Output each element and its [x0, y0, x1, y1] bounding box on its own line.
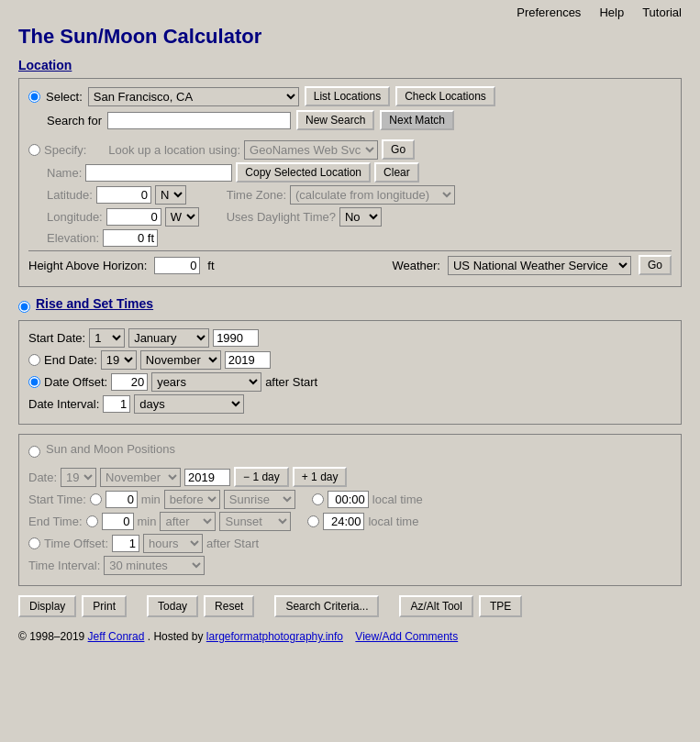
elevation-input[interactable]: [103, 229, 158, 247]
sm-end-min-input[interactable]: [102, 513, 134, 530]
sm-interval-select[interactable]: 15 minutes30 minutes1 hour2 hours: [104, 556, 205, 575]
select-row: Select: San Francisco, CA List Locations…: [28, 86, 672, 106]
sm-interval-row: Time Interval: 15 minutes30 minutes1 hou…: [28, 556, 672, 575]
check-locations-button[interactable]: Check Locations: [395, 86, 495, 106]
latlon-timezone-row: Latitude: NS Longitude: WE Elevation:: [28, 185, 672, 247]
help-link[interactable]: Help: [599, 6, 624, 19]
timezone-select[interactable]: (calculate from longitude): [290, 185, 455, 205]
lat-dir-select[interactable]: NS: [155, 185, 186, 205]
offset-row: Date Offset: daysweeksmonthsyears after …: [28, 372, 672, 392]
longitude-input[interactable]: [106, 208, 161, 226]
sm-offset-radio[interactable]: [28, 537, 40, 549]
dst-row: Uses Daylight Time? NoYes: [227, 207, 455, 227]
sm-start-local-input[interactable]: [328, 491, 369, 508]
sm-min-label2: min: [138, 515, 157, 528]
next-match-button[interactable]: Next Match: [380, 110, 454, 130]
end-month-select[interactable]: JanuaryFebruaryMarchApril MayJuneJulyAug…: [140, 350, 221, 370]
new-search-button[interactable]: New Search: [296, 110, 374, 130]
sm-start-time-radio[interactable]: [90, 493, 102, 505]
height-above-input[interactable]: [154, 257, 200, 274]
start-month-select[interactable]: JanuaryFebruaryMarchApril MayJuneJulyAug…: [128, 328, 209, 348]
start-date-label: Start Date:: [28, 331, 85, 345]
location-select[interactable]: San Francisco, CA: [88, 87, 299, 106]
reset-button[interactable]: Reset: [204, 595, 254, 617]
end-date-label: End Date:: [44, 353, 97, 367]
timezone-label: Time Zone:: [227, 188, 286, 202]
sm-time-offset-label: Time Offset:: [44, 537, 108, 550]
comments-link[interactable]: View/Add Comments: [355, 630, 458, 643]
sm-month-select[interactable]: JanuaryFebruaryMarchApril MayJuneJulyAug…: [100, 468, 181, 487]
tpe-button[interactable]: TPE: [479, 595, 522, 617]
select-radio[interactable]: [28, 91, 40, 103]
offset-input[interactable]: [111, 373, 148, 391]
sm-start-event[interactable]: SunriseSunsetMoonriseMoonset: [224, 490, 295, 509]
search-for-label: Search for: [47, 114, 102, 127]
end-date-row: End Date: 12345 678910 1112131415 161718…: [28, 350, 672, 370]
tutorial-link[interactable]: Tutorial: [642, 6, 682, 19]
sm-local-label1: local time: [372, 493, 423, 506]
search-input[interactable]: [107, 112, 291, 129]
sm-time-offset-unit[interactable]: minuteshours: [143, 534, 203, 553]
name-row: Name: Copy Selected Location Clear: [28, 162, 672, 183]
sm-end-event[interactable]: SunriseSunsetMoonriseMoonset: [219, 512, 291, 531]
print-button[interactable]: Print: [82, 595, 127, 617]
end-year-input[interactable]: [225, 351, 271, 369]
elevation-row: Elevation:: [47, 229, 199, 247]
start-day-select[interactable]: 12345 678910 1112131415 1617181920 21222…: [89, 328, 125, 348]
end-date-radio[interactable]: [28, 354, 40, 366]
sm-end-time-label: End Time:: [28, 515, 83, 528]
sm-start-local-radio[interactable]: [312, 493, 324, 505]
dst-select[interactable]: NoYes: [339, 207, 382, 227]
start-year-input[interactable]: [213, 329, 259, 347]
az-alt-button[interactable]: Az/Alt Tool: [399, 595, 472, 617]
sm-time-offset-input[interactable]: [112, 535, 139, 552]
geonames-go-button[interactable]: Go: [382, 139, 415, 160]
offset-unit-select[interactable]: daysweeksmonthsyears: [151, 372, 261, 392]
rise-set-box: Start Date: 12345 678910 1112131415 1617…: [18, 320, 682, 425]
sm-end-before-after[interactable]: beforeafter: [160, 512, 216, 531]
clear-button[interactable]: Clear: [374, 162, 419, 183]
start-date-row: Start Date: 12345 678910 1112131415 1617…: [28, 328, 672, 348]
horizon-weather-row: Height Above Horizon: ft Weather: US Nat…: [28, 250, 672, 279]
sm-day-select[interactable]: 19: [61, 468, 96, 487]
specify-radio[interactable]: [28, 144, 40, 156]
plus-day-button[interactable]: + 1 day: [293, 467, 348, 487]
lon-dir-select[interactable]: WE: [165, 207, 199, 227]
display-button[interactable]: Display: [18, 595, 76, 617]
weather-select[interactable]: US National Weather Service: [448, 256, 631, 275]
after-start-label: after Start: [265, 375, 317, 389]
end-day-select[interactable]: 12345 678910 1112131415 1617181919: [101, 350, 137, 370]
sun-moon-title: Sun and Moon Positions: [46, 442, 175, 456]
copyright-text: © 1998–2019: [18, 630, 84, 643]
sm-start-before-after[interactable]: beforeafter: [164, 490, 220, 509]
interval-unit-select[interactable]: daysweeksmonthsyears: [134, 394, 244, 414]
author-link[interactable]: Jeff Conrad: [88, 630, 145, 643]
list-locations-button[interactable]: List Locations: [305, 86, 390, 106]
weather-go-button[interactable]: Go: [639, 255, 672, 275]
latitude-input[interactable]: [96, 186, 151, 204]
host-link[interactable]: largeformatphotography.info: [206, 630, 343, 643]
copy-location-button[interactable]: Copy Selected Location: [236, 162, 371, 183]
offset-radio[interactable]: [28, 376, 40, 388]
sm-end-local-input[interactable]: [323, 513, 364, 530]
sm-end-local-radio[interactable]: [307, 515, 319, 527]
minus-day-button[interactable]: − 1 day: [234, 467, 289, 487]
sm-end-time-radio[interactable]: [86, 515, 98, 527]
sm-year-input[interactable]: [184, 469, 230, 486]
sm-after-start-label: after Start: [206, 537, 259, 550]
specify-row: Specify: Look up a location using: GeoNa…: [28, 139, 672, 160]
location-section-title: Location: [18, 58, 682, 72]
search-criteria-button[interactable]: Search Criteria...: [274, 595, 379, 617]
geonames-select[interactable]: GeoNames Web Svc: [244, 140, 378, 160]
sm-start-min-input[interactable]: [106, 491, 138, 508]
preferences-link[interactable]: Preferences: [517, 6, 581, 19]
interval-input[interactable]: [103, 395, 130, 413]
offset-label: Date Offset:: [44, 375, 107, 389]
footer-buttons: Display Print Today Reset Search Criteri…: [18, 595, 682, 617]
rise-set-radio[interactable]: [18, 301, 30, 313]
sun-moon-box: Sun and Moon Positions Date: 19 JanuaryF…: [18, 434, 682, 586]
interval-row: Date Interval: daysweeksmonthsyears: [28, 394, 672, 414]
today-button[interactable]: Today: [147, 595, 198, 617]
name-input[interactable]: [85, 164, 232, 182]
sun-moon-radio[interactable]: [28, 446, 40, 458]
